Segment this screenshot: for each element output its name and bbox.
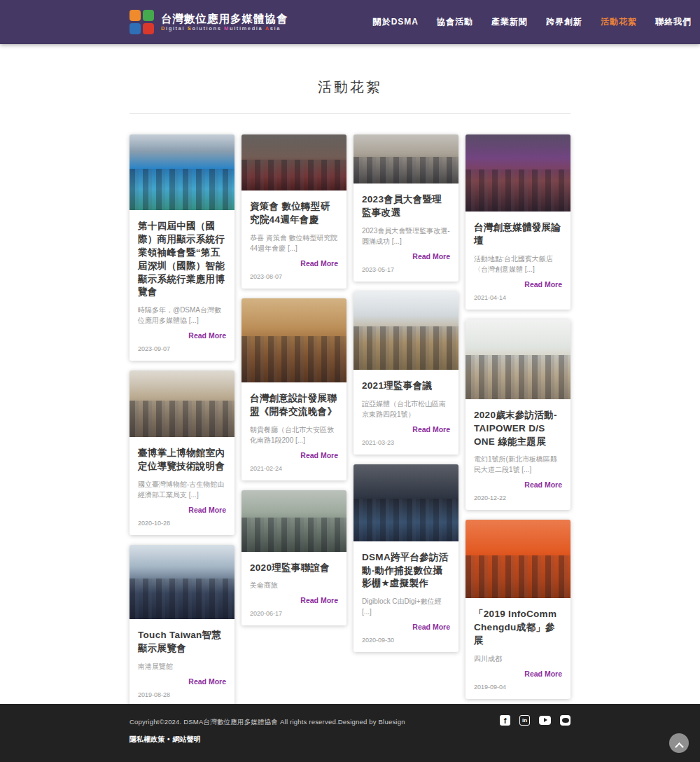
nav-item[interactable]: 跨界創新 (546, 16, 582, 28)
cards-column: 台灣創意媒體發展論壇 活動地點:台北國賓大飯店 〈台灣創意媒體 [...] Re… (465, 134, 570, 699)
page-title: 活動花絮 (0, 44, 700, 97)
nav-item[interactable]: 協會活動 (437, 16, 473, 28)
read-more-link[interactable]: Read More (362, 623, 450, 631)
event-photo (241, 134, 346, 190)
site-statement-link[interactable]: 網站聲明 (173, 735, 201, 743)
event-date: 2019-09-04 (474, 684, 562, 691)
facebook-icon[interactable]: f (500, 715, 510, 726)
event-title[interactable]: Touch Taiwan智慧顯示展覽會 (138, 629, 226, 656)
main-nav: 關於DSMA協會活動產業新聞跨界創新活動花絮聯絡我們 (373, 16, 692, 28)
event-date: 2023-09-07 (138, 345, 226, 352)
main-content: 活動花絮 第十四屆中國（國際）商用顯示系統行業領袖峰會暨“第五屆深圳（國際）智能… (0, 44, 700, 704)
event-card[interactable]: 2020歲末參訪活動-TAIPOWER D/S ONE 綠能主題展 電幻1號所(… (465, 319, 570, 511)
footer-links: 隱私權政策•網站聲明 (130, 735, 570, 744)
event-card[interactable]: 臺博掌上博物館室內定位導覽技術說明會 國立臺灣博物館-古生物館由經濟部工業局支 … (130, 370, 234, 535)
event-title[interactable]: 第十四屆中國（國際）商用顯示系統行業領袖峰會暨“第五屆深圳（國際）智能 顯示系統… (138, 220, 226, 299)
read-more-link[interactable]: Read More (250, 596, 338, 604)
event-card[interactable]: Touch Taiwan智慧顯示展覽會 南港展覽館 Read More 2019… (130, 545, 234, 704)
event-excerpt: 國立臺灣博物館-古生物館由經濟部工業局支 [...] (138, 479, 226, 500)
cards-column: 第十四屆中國（國際）商用顯示系統行業領袖峰會暨“第五屆深圳（國際）智能 顯示系統… (130, 134, 234, 704)
event-title[interactable]: 「2019 InfoComm Chengdu成都」參展 (474, 608, 562, 648)
event-title[interactable]: 2020理監事聯誼會 (250, 562, 338, 575)
cards-column: 2023會員大會暨理監事改選 2023會員大會暨理監事改選-圓滿成功 [...]… (354, 134, 458, 652)
event-date: 2020-12-22 (474, 494, 562, 501)
event-date: 2023-08-07 (250, 273, 338, 280)
logo-subtitle: Digital Solutions Multimedia Asia (161, 26, 288, 32)
event-excerpt: 2023會員大會暨理監事改選-圓滿成功 [...] (362, 226, 450, 247)
event-card[interactable]: 台灣創意設計發展聯盟《開春交流晚會》 朝貴餐廳（台北市大安區敦化南路1段200 … (241, 298, 346, 480)
event-excerpt: 朝貴餐廳（台北市大安區敦化南路1段200 [...] (250, 424, 338, 445)
read-more-link[interactable]: Read More (474, 280, 562, 289)
logo-squares-icon (130, 10, 155, 35)
event-photo (354, 291, 458, 370)
event-date: 2021-02-24 (250, 465, 338, 472)
site-footer: Copyright©2024. DSMA台灣數位應用多媒體協會 All righ… (0, 704, 700, 762)
nav-item[interactable]: 聯絡我們 (655, 16, 692, 28)
event-card[interactable]: 2023會員大會暨理監事改選 2023會員大會暨理監事改選-圓滿成功 [...]… (354, 134, 458, 282)
event-excerpt: 時隔多年，@DSMA台灣數位應用多媒體協 [...] (138, 305, 226, 326)
event-date: 2021-03-23 (362, 439, 450, 446)
read-more-link[interactable]: Read More (362, 252, 450, 261)
event-excerpt: 活動地點:台北國賓大飯店 〈台灣創意媒體 [...] (474, 254, 562, 275)
event-date: 2020-09-30 (362, 637, 450, 644)
event-excerpt: 南港展覽館 (138, 661, 226, 672)
youtube-icon[interactable] (539, 716, 551, 725)
event-photo (465, 520, 570, 598)
event-photo (465, 134, 570, 212)
event-card[interactable]: 2020理監事聯誼會 美侖商旅 Read More 2020-06-17 (241, 490, 346, 626)
event-title[interactable]: 2020歲末參訪活動-TAIPOWER D/S ONE 綠能主題展 (474, 409, 562, 449)
event-card[interactable]: 「2019 InfoComm Chengdu成都」參展 四川成都 Read Mo… (465, 520, 570, 699)
page: 台灣數位應用多媒體協會 Digital Solutions Multimedia… (0, 0, 700, 762)
event-card[interactable]: 第十四屆中國（國際）商用顯示系統行業領袖峰會暨“第五屆深圳（國際）智能 顯示系統… (130, 134, 234, 361)
event-title[interactable]: 臺博掌上博物館室內定位導覽技術說明會 (138, 447, 226, 473)
link-separator: • (167, 735, 170, 743)
social-icons: f in (500, 715, 570, 726)
line-icon[interactable] (560, 715, 570, 726)
event-photo (241, 490, 346, 552)
read-more-link[interactable]: Read More (250, 451, 338, 459)
read-more-link[interactable]: Read More (138, 331, 226, 340)
event-photo (354, 464, 458, 541)
event-title[interactable]: 2021理監事會議 (362, 380, 450, 393)
title-divider (130, 113, 570, 114)
event-card[interactable]: 2021理監事會議 誼亞媒體（台北市松山區南京東路四段1號） Read More… (354, 291, 458, 455)
event-excerpt: 美侖商旅 (250, 580, 338, 590)
event-card[interactable]: 資策會 數位轉型研究院44週年會慶 恭喜 資策會 數位轉型研究院44週年會慶 [… (241, 134, 346, 289)
read-more-link[interactable]: Read More (362, 425, 450, 434)
event-title[interactable]: DSMA跨平台參訪活動-動作捕捉數位攝影棚★虛擬製作 (362, 551, 450, 591)
read-more-link[interactable]: Read More (250, 259, 338, 268)
read-more-link[interactable]: Read More (474, 480, 562, 489)
event-photo (130, 134, 234, 210)
event-date: 2023-05-17 (362, 266, 450, 273)
read-more-link[interactable]: Read More (138, 677, 226, 686)
nav-item[interactable]: 產業新聞 (491, 16, 528, 28)
logo-title: 台灣數位應用多媒體協會 (161, 13, 288, 25)
event-excerpt: 電幻1號所(新北市板橋區縣民大道二段1號 [...] (474, 454, 562, 475)
scroll-to-top-button[interactable] (669, 733, 689, 753)
event-title[interactable]: 2023會員大會暨理監事改選 (362, 193, 450, 220)
event-card[interactable]: 台灣創意媒體發展論壇 活動地點:台北國賓大飯店 〈台灣創意媒體 [...] Re… (465, 134, 570, 310)
read-more-link[interactable]: Read More (474, 670, 562, 678)
nav-item[interactable]: 活動花絮 (601, 16, 637, 28)
privacy-policy-link[interactable]: 隱私權政策 (130, 735, 164, 743)
event-excerpt: Digiblock C由Digi+數位經 [...] (362, 596, 450, 617)
cards-column: 資策會 數位轉型研究院44週年會慶 恭喜 資策會 數位轉型研究院44週年會慶 [… (241, 134, 346, 625)
event-title[interactable]: 台灣創意設計發展聯盟《開春交流晚會》 (250, 392, 338, 419)
event-photo (130, 370, 234, 437)
event-card[interactable]: DSMA跨平台參訪活動-動作捕捉數位攝影棚★虛擬製作 Digiblock C由D… (354, 464, 458, 653)
event-date: 2021-04-14 (474, 294, 562, 301)
cards-grid: 第十四屆中國（國際）商用顯示系統行業領袖峰會暨“第五屆深圳（國際）智能 顯示系統… (130, 134, 570, 704)
event-excerpt: 恭喜 資策會 數位轉型研究院44週年會慶 [...] (250, 233, 338, 254)
event-date: 2020-06-17 (250, 610, 338, 617)
event-title[interactable]: 台灣創意媒體發展論壇 (474, 221, 562, 248)
event-date: 2019-08-28 (138, 691, 226, 698)
event-excerpt: 誼亞媒體（台北市松山區南京東路四段1號） (362, 399, 450, 420)
site-logo[interactable]: 台灣數位應用多媒體協會 Digital Solutions Multimedia… (130, 10, 288, 35)
event-photo (354, 134, 458, 183)
chevron-up-icon (675, 742, 684, 751)
event-excerpt: 四川成都 (474, 653, 562, 664)
event-title[interactable]: 資策會 數位轉型研究院44週年會慶 (250, 200, 338, 227)
read-more-link[interactable]: Read More (138, 506, 226, 514)
nav-item[interactable]: 關於DSMA (373, 16, 419, 28)
linkedin-icon[interactable]: in (519, 715, 530, 726)
